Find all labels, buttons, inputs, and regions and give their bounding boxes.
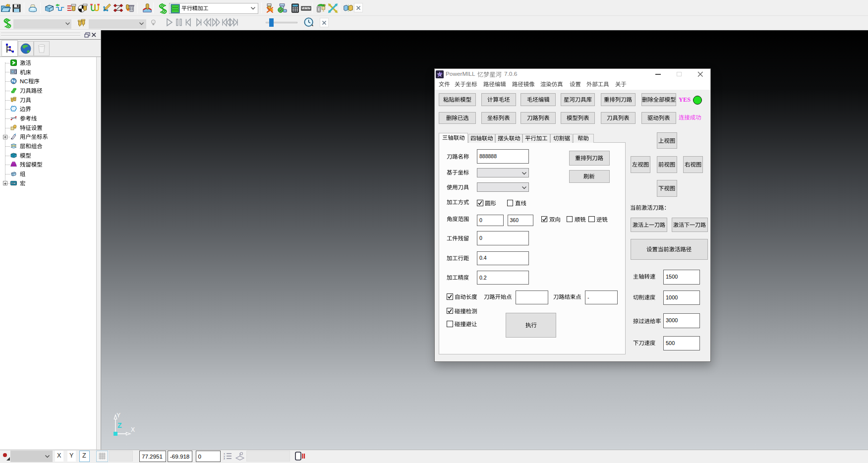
svg-text:Y: Y (116, 412, 120, 419)
svg-text:z: z (224, 457, 225, 460)
svg-text:Z: Z (117, 421, 122, 429)
svg-text:X: X (131, 426, 135, 433)
